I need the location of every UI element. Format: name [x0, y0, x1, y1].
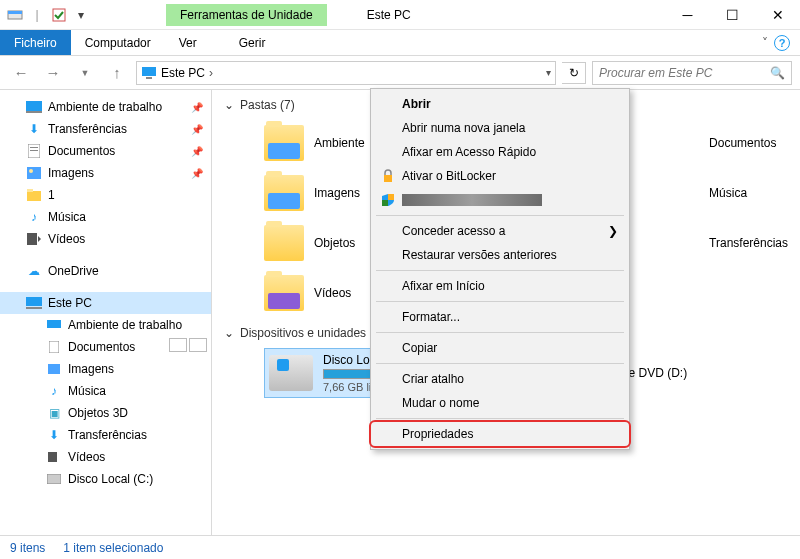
window-controls: ─ ☐ ✕	[665, 0, 800, 30]
svg-rect-16	[26, 297, 42, 306]
downloads-icon: ⬇	[46, 427, 62, 443]
cm-label: Conceder acesso a	[402, 224, 505, 238]
sidebar-item-pc-pictures[interactable]: Imagens	[0, 358, 211, 380]
status-item-count: 9 itens	[10, 541, 45, 555]
cm-restore-versions[interactable]: Restaurar versões anteriores	[374, 243, 626, 267]
videos-icon	[46, 449, 62, 465]
sidebar-item-music[interactable]: ♪Música	[0, 206, 211, 228]
tab-file[interactable]: Ficheiro	[0, 30, 71, 55]
cm-label: Abrir numa nova janela	[402, 121, 525, 135]
cm-copy[interactable]: Copiar	[374, 336, 626, 360]
cm-open[interactable]: Abrir	[374, 92, 626, 116]
cm-label: Afixar em Início	[402, 279, 485, 293]
cm-format[interactable]: Formatar...	[374, 305, 626, 329]
tab-manage[interactable]: Gerir	[225, 30, 280, 55]
sidebar-item-pictures[interactable]: Imagens📌	[0, 162, 211, 184]
cm-bitlocker[interactable]: Ativar o BitLocker	[374, 164, 626, 188]
window-title: Este PC	[327, 8, 665, 22]
cm-label: Copiar	[402, 341, 437, 355]
pictures-icon	[26, 165, 42, 181]
address-dropdown-icon[interactable]: ▾	[546, 67, 551, 78]
sidebar-item-pc-music[interactable]: ♪Música	[0, 380, 211, 402]
sidebar-item-label: Objetos 3D	[68, 406, 128, 420]
tab-computer[interactable]: Computador	[71, 30, 165, 55]
svg-rect-1	[8, 11, 22, 14]
svg-rect-23	[384, 175, 392, 182]
nav-back-button[interactable]: ←	[8, 60, 34, 86]
cm-separator	[376, 332, 624, 333]
maximize-button[interactable]: ☐	[710, 0, 755, 30]
cm-pin-quick-access[interactable]: Afixar em Acesso Rápido	[374, 140, 626, 164]
refresh-button[interactable]: ↻	[562, 62, 586, 84]
cm-properties[interactable]: Propriedades	[374, 422, 626, 446]
qat-dropdown-icon[interactable]: ▾	[72, 6, 90, 24]
sidebar-item-downloads[interactable]: ⬇Transferências📌	[0, 118, 211, 140]
sidebar-item-folder-1[interactable]: 1	[0, 184, 211, 206]
cm-create-shortcut[interactable]: Criar atalho	[374, 367, 626, 391]
qat-properties-icon[interactable]	[50, 6, 68, 24]
folder-label: Transferências	[709, 236, 788, 250]
folder-icon	[264, 275, 304, 311]
folder-label: Documentos	[709, 136, 776, 150]
sidebar-item-pc-3d[interactable]: ▣Objetos 3D	[0, 402, 211, 424]
documents-icon	[26, 143, 42, 159]
drive-icon	[46, 471, 62, 487]
nav-recent-dropdown[interactable]: ▼	[72, 60, 98, 86]
minimize-button[interactable]: ─	[665, 0, 710, 30]
svg-rect-25	[382, 200, 388, 206]
chevron-down-icon: ⌄	[224, 326, 234, 340]
drive-icon	[269, 355, 313, 391]
sidebar-item-desktop[interactable]: Ambiente de trabalho📌	[0, 96, 211, 118]
help-icon[interactable]: ?	[774, 35, 790, 51]
folder-icon	[264, 125, 304, 161]
sidebar-item-pc-documents[interactable]: Documentos	[0, 336, 211, 358]
nav-up-button[interactable]: ↑	[104, 60, 130, 86]
cm-rename[interactable]: Mudar o nome	[374, 391, 626, 415]
sidebar-item-pc-downloads[interactable]: ⬇Transferências	[0, 424, 211, 446]
folder-label: Ambiente	[314, 136, 365, 150]
sidebar-item-label: Este PC	[48, 296, 92, 310]
close-button[interactable]: ✕	[755, 0, 800, 30]
ribbon-expand-icon[interactable]: ˅	[762, 36, 768, 50]
desktop-icon	[46, 317, 62, 333]
breadcrumb-item[interactable]: Este PC	[161, 66, 205, 80]
group-header-label: Dispositivos e unidades	[240, 326, 366, 340]
sidebar-item-onedrive[interactable]: ☁OneDrive	[0, 260, 211, 282]
cm-separator	[376, 215, 624, 216]
title-bar: | ▾ Ferramentas de Unidade Este PC ─ ☐ ✕	[0, 0, 800, 30]
submenu-arrow-icon: ❯	[608, 224, 618, 238]
sidebar-item-label: Imagens	[68, 362, 114, 376]
bitlocker-icon	[380, 168, 396, 184]
navigation-pane: Ambiente de trabalho📌 ⬇Transferências📌 D…	[0, 90, 212, 535]
cm-separator	[376, 301, 624, 302]
status-selected-count: 1 item selecionado	[63, 541, 163, 555]
sidebar-item-label: OneDrive	[48, 264, 99, 278]
cm-pin-start[interactable]: Afixar em Início	[374, 274, 626, 298]
sidebar-item-documents[interactable]: Documentos📌	[0, 140, 211, 162]
address-bar[interactable]: Este PC › ▾	[136, 61, 556, 85]
sidebar-item-videos[interactable]: Vídeos	[0, 228, 211, 250]
folder-label: Vídeos	[314, 286, 351, 300]
sidebar-item-local-disk[interactable]: Disco Local (C:)	[0, 468, 211, 490]
sidebar-item-this-pc[interactable]: Este PC	[0, 292, 211, 314]
pc-icon	[26, 295, 42, 311]
videos-icon	[26, 231, 42, 247]
cm-defender-scan[interactable]	[374, 188, 626, 212]
chevron-right-icon[interactable]: ›	[209, 66, 213, 80]
contextual-tab-header: Ferramentas de Unidade	[166, 4, 327, 26]
cm-separator	[376, 418, 624, 419]
sidebar-item-pc-videos[interactable]: Vídeos	[0, 446, 211, 468]
search-input[interactable]: Procurar em Este PC 🔍	[592, 61, 792, 85]
cm-label: Afixar em Acesso Rápido	[402, 145, 536, 159]
music-icon: ♪	[46, 383, 62, 399]
tab-view[interactable]: Ver	[165, 30, 211, 55]
svg-rect-22	[47, 474, 61, 484]
sidebar-item-pc-desktop[interactable]: Ambiente de trabalho	[0, 314, 211, 336]
nav-forward-button[interactable]: →	[40, 60, 66, 86]
documents-icon	[46, 339, 62, 355]
svg-rect-24	[388, 194, 394, 200]
cm-grant-access[interactable]: Conceder acesso a❯	[374, 219, 626, 243]
svg-marker-15	[38, 236, 41, 242]
cm-label: Propriedades	[402, 427, 473, 441]
cm-open-new-window[interactable]: Abrir numa nova janela	[374, 116, 626, 140]
